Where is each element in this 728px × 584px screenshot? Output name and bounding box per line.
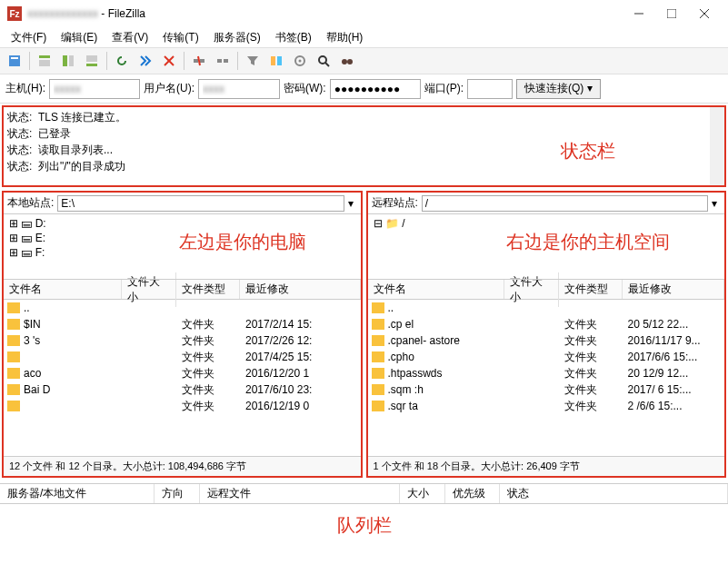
queue-pane: 服务器/本地文件 方向 远程文件 大小 优先级 状态 队列栏 [0,483,728,547]
process-queue-icon[interactable] [135,50,156,72]
app-logo: Fz [7,6,22,21]
compare-icon[interactable] [265,50,287,72]
local-list-header: 文件名 文件大小 文件类型 最近修改 [4,280,361,300]
svg-rect-5 [11,57,18,59]
close-button[interactable] [688,3,721,25]
menu-help[interactable]: 帮助(H) [321,28,369,47]
menu-view[interactable]: 查看(V) [106,28,154,47]
svg-rect-20 [277,56,282,65]
menu-edit[interactable]: 编辑(E) [55,28,103,47]
right-overlay-label: 右边是你的主机空间 [506,234,670,249]
remote-summary: 1 个文件 和 18 个目录。大小总计: 26,409 字节 [368,456,725,476]
pass-label: 密码(W): [284,81,326,96]
sync-browse-icon[interactable] [289,50,311,72]
status-overlay-label: 状态栏 [561,139,615,163]
local-path-input[interactable] [57,195,344,212]
menu-transfer[interactable]: 传输(T) [157,28,204,47]
svg-rect-7 [39,60,50,66]
file-row[interactable]: .sqm :h文件夹2017/ 6 15:... [368,381,725,398]
svg-rect-6 [39,55,50,58]
file-row[interactable]: .cpho文件夹2017/6/6 15:... [368,349,725,365]
quickconnect-button[interactable]: 快速连接(Q) ▾ [516,79,601,99]
svg-rect-10 [86,55,97,62]
window-title: xxxxxxxxxxxxx - FileZilla [27,7,623,20]
file-row[interactable]: 文件夹2017/4/25 15: [4,349,361,365]
folder-icon [372,302,384,313]
svg-rect-9 [69,55,74,66]
file-row[interactable]: .cp el文件夹20 5/12 22... [368,316,725,332]
local-site-label: 本地站点: [7,195,54,211]
pass-input[interactable] [330,79,421,99]
svg-rect-15 [200,59,204,63]
folder-icon [372,401,384,411]
svg-rect-4 [9,55,20,66]
file-row[interactable]: .htpasswds文件夹20 12/9 12... [368,365,725,381]
search-icon[interactable] [313,50,334,72]
file-row[interactable]: $IN文件夹2017/2/14 15: [4,316,361,332]
cancel-icon[interactable] [158,50,180,72]
minimize-button[interactable] [623,3,655,25]
file-row[interactable]: Bai D文件夹2017/6/10 23: [4,381,361,398]
folder-icon [372,351,384,362]
file-row[interactable]: 文件夹2016/12/19 0 [4,398,361,414]
user-input[interactable] [198,79,280,99]
svg-rect-14 [194,59,198,63]
user-label: 用户名(U): [144,81,194,96]
toggle-tree-icon[interactable] [57,50,79,72]
svg-rect-1 [667,9,676,18]
menu-bar: 文件(F) 编辑(E) 查看(V) 传输(T) 服务器(S) 书签(B) 帮助(… [0,27,728,47]
remote-path-input[interactable] [422,195,708,212]
port-label: 端口(P): [424,81,464,96]
maximize-button[interactable] [655,3,688,25]
svg-point-26 [347,59,353,64]
svg-line-24 [325,63,329,66]
filter-icon[interactable] [242,50,264,72]
toggle-log-icon[interactable] [34,50,55,72]
remote-file-list[interactable]: ...cp el文件夹20 5/12 22....cpanel- astore文… [368,300,725,456]
sitemanager-icon[interactable] [4,50,25,72]
dropdown-icon[interactable]: ▾ [708,197,721,210]
folder-icon [7,401,20,411]
file-row[interactable]: 3 's文件夹2017/2/26 12: [4,332,361,349]
file-row[interactable]: .cpanel- astore文件夹2016/11/17 9... [368,332,725,349]
refresh-icon[interactable] [111,50,133,72]
svg-point-25 [342,59,347,64]
folder-icon [7,335,20,346]
menu-server[interactable]: 服务器(S) [208,28,266,47]
disconnect-icon[interactable] [188,50,210,72]
svg-rect-11 [86,64,97,66]
file-row[interactable]: .. [368,300,725,316]
file-row[interactable]: aco文件夹2016/12/20 1 [4,365,361,381]
remote-tree[interactable]: ⊟ 📁 / 右边是你的主机空间 [368,214,725,280]
host-input[interactable] [49,79,140,99]
title-bar: Fz xxxxxxxxxxxxx - FileZilla [0,0,728,27]
svg-rect-8 [63,55,67,66]
quickconnect-bar: 主机(H): 用户名(U): 密码(W): 端口(P): 快速连接(Q) ▾ [0,74,728,104]
file-row[interactable]: .. [4,300,361,316]
folder-icon [7,368,20,379]
queue-overlay-label: 队列栏 [0,504,728,547]
svg-rect-17 [217,59,222,63]
scrollbar[interactable] [710,107,724,185]
toolbar [0,47,728,74]
local-file-list[interactable]: ..$IN文件夹2017/2/14 15:3 's文件夹2017/2/26 12… [4,300,361,456]
binoculars-icon[interactable] [336,50,358,72]
folder-icon [7,319,20,330]
svg-point-22 [299,60,302,63]
menu-bookmark[interactable]: 书签(B) [270,28,317,47]
status-log: 状态: TLS 连接已建立。 状态: 已登录 状态: 读取目录列表... 状态:… [2,105,726,187]
folder-icon [372,384,384,395]
toggle-queue-icon[interactable] [81,50,103,72]
local-tree[interactable]: ⊞ 🖴 D: ⊞ 🖴 E: ⊞ 🖴 F: 左边是你的电脑 [4,214,361,280]
host-label: 主机(H): [5,81,45,96]
file-row[interactable]: .sqr ta文件夹2 /6/6 15:... [368,398,725,414]
port-input[interactable] [467,79,513,99]
folder-icon [372,319,384,330]
queue-header: 服务器/本地文件 方向 远程文件 大小 优先级 状态 [0,484,728,504]
reconnect-icon[interactable] [212,50,234,72]
folder-icon [7,384,20,395]
menu-file[interactable]: 文件(F) [5,28,52,47]
dropdown-icon[interactable]: ▾ [344,197,357,210]
local-summary: 12 个文件 和 12 个目录。大小总计: 108,494,686 字节 [4,456,361,476]
svg-rect-19 [271,56,275,65]
